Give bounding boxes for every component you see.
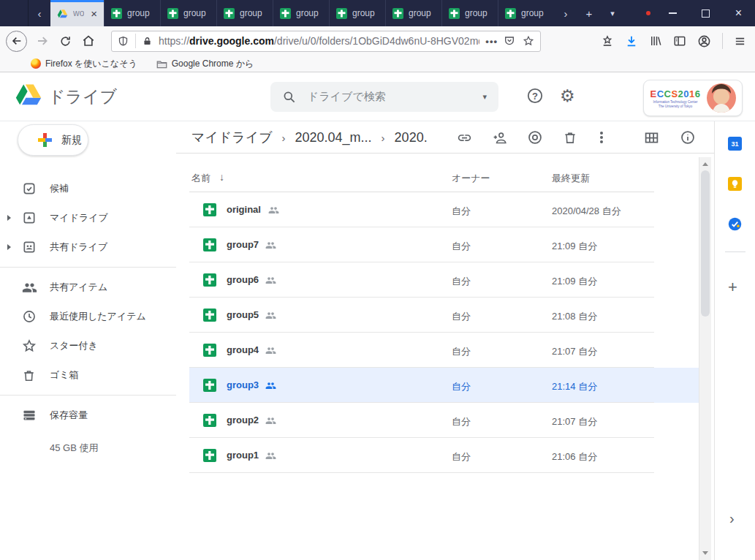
file-row-group3-selected[interactable]: group3 自分 21:14 自分 [189, 368, 699, 403]
sidebar-item-priority[interactable]: 候補 [0, 174, 176, 203]
grid-view-icon[interactable] [644, 130, 659, 145]
close-button[interactable]: × [722, 0, 755, 26]
bookmark-folder-chrome[interactable]: Google Chrome から [156, 58, 254, 70]
tab-group-1[interactable]: group [104, 0, 160, 26]
bookmark-star-icon[interactable] [523, 35, 534, 47]
downloads-icon[interactable] [625, 34, 638, 48]
preview-eye-icon[interactable] [527, 129, 543, 145]
breadcrumb-my-drive[interactable]: マイドライブ [191, 129, 273, 146]
help-button[interactable]: ? [526, 87, 544, 105]
lock-icon[interactable] [143, 36, 152, 47]
home-button[interactable] [82, 34, 95, 48]
tab-group-5[interactable]: group [329, 0, 385, 26]
file-row-group7[interactable]: group7 自分 21:09 自分 [189, 227, 699, 262]
google-calendar-icon[interactable]: 31 [728, 137, 742, 151]
menu-hamburger-icon[interactable] [734, 35, 746, 48]
tracking-shield-icon[interactable] [118, 35, 129, 48]
tab-title: group [127, 8, 150, 18]
page-actions-icon[interactable]: ••• [485, 36, 498, 47]
account-icon[interactable] [697, 34, 711, 48]
tab-group-4[interactable]: group [273, 0, 329, 26]
file-row-group6[interactable]: group6 自分 21:09 自分 [189, 262, 699, 298]
google-keep-icon[interactable] [728, 177, 742, 191]
url-bar[interactable]: https://drive.google.com/drive/u/0/folde… [111, 31, 541, 52]
right-side-panel: 31 + › [714, 121, 755, 560]
tab-group-3[interactable]: group [216, 0, 273, 26]
breadcrumb-current[interactable]: 2020. [395, 130, 428, 145]
expand-arrow-icon[interactable] [7, 215, 11, 221]
maximize-button[interactable] [689, 0, 722, 26]
share-person-add-icon[interactable] [492, 130, 507, 145]
minimize-button[interactable] [656, 0, 689, 26]
file-owner: 自分 [452, 275, 471, 288]
library-icon[interactable] [649, 34, 662, 48]
column-header-owner[interactable]: オーナー [452, 172, 490, 185]
account-badge[interactable]: ECCS2016 Information Technology Center T… [643, 80, 743, 116]
chevron-right-icon: › [564, 7, 568, 20]
maximize-icon [702, 10, 710, 18]
file-row-original[interactable]: original 自分 2020/04/28 自分 [189, 192, 699, 227]
back-button[interactable] [6, 31, 27, 52]
file-row-group4[interactable]: group4 自分 21:07 自分 [189, 333, 699, 368]
file-modified: 21:08 自分 [552, 310, 597, 323]
file-row-group5[interactable]: group5 自分 21:08 自分 [189, 298, 699, 333]
avatar[interactable] [707, 83, 736, 113]
tab-close-icon[interactable]: × [91, 8, 97, 19]
file-row-group2[interactable]: group2 自分 21:07 自分 [189, 403, 699, 438]
scrollbar-thumb[interactable] [701, 170, 710, 317]
search-options-caret-icon[interactable]: ▾ [482, 92, 487, 102]
sidebar-toggle-icon[interactable] [673, 34, 686, 48]
tab-active-drive[interactable]: wo × [50, 0, 104, 26]
search-box[interactable]: ドライブで検索 ▾ [270, 82, 498, 112]
sidebar-item-shared-drives[interactable]: 共有ドライブ [0, 232, 176, 262]
bookmark-firefox-tips[interactable]: Firefox を使いこなそう [31, 58, 137, 70]
recording-indicator-dot [646, 11, 650, 15]
forward-button[interactable] [36, 34, 49, 48]
sidebar-item-trash[interactable]: ゴミ箱 [0, 360, 176, 390]
delete-trash-icon[interactable] [563, 130, 577, 145]
column-header-modified[interactable]: 最終更新 [552, 172, 590, 185]
file-row-group1[interactable]: group1 自分 21:06 自分 [189, 438, 699, 473]
get-link-icon[interactable] [457, 130, 472, 145]
list-all-tabs-button[interactable]: ▾ [601, 0, 624, 26]
pocket-icon[interactable] [504, 35, 515, 47]
scroll-up-arrow-icon[interactable] [702, 162, 708, 166]
tab-title: group [352, 8, 375, 18]
shared-people-icon [265, 380, 276, 391]
sort-descending-icon[interactable]: ↓ [219, 171, 224, 183]
star-addon-icon[interactable] [601, 34, 614, 48]
sidebar-item-starred[interactable]: スター付き [0, 331, 176, 360]
tab-scroll-left-button[interactable]: ‹ [29, 0, 50, 26]
file-name: group5 [227, 309, 259, 320]
get-add-ons-plus-icon[interactable]: + [728, 279, 737, 295]
sidebar-item-shared-with-me[interactable]: 共有アイテム [0, 273, 176, 302]
more-actions-icon[interactable] [597, 136, 606, 139]
tab-scroll-right-button[interactable]: › [554, 0, 577, 26]
new-button[interactable]: 新規 [18, 124, 88, 156]
sidebar-item-storage[interactable]: 保存容量 [0, 401, 176, 430]
tab-group-2[interactable]: group [160, 0, 216, 26]
tab-group-7[interactable]: group [441, 0, 498, 26]
info-icon[interactable] [680, 129, 696, 145]
google-tasks-icon[interactable] [728, 217, 742, 231]
drive-product-name[interactable]: ドライブ [48, 86, 117, 108]
drive-logo[interactable] [15, 83, 42, 108]
hide-panel-chevron-icon[interactable]: › [729, 511, 735, 526]
scroll-down-arrow-icon[interactable] [702, 551, 708, 555]
new-tab-button[interactable]: + [577, 0, 601, 26]
file-owner: 自分 [452, 415, 471, 428]
tab-group-6[interactable]: group [385, 0, 441, 26]
sidebar-item-my-drive[interactable]: マイドライブ [0, 203, 176, 232]
sidebar-item-recent[interactable]: 最近使用したアイテム [0, 302, 176, 331]
eccs-subtitle-2: The University of Tokyo [644, 105, 707, 109]
reload-button[interactable] [59, 35, 72, 48]
expand-arrow-icon[interactable] [7, 244, 11, 250]
search-icon[interactable] [282, 90, 296, 104]
tab-group-8[interactable]: group [498, 0, 554, 26]
column-header-name[interactable]: 名前 [191, 172, 210, 185]
sheets-icon [280, 8, 291, 19]
breadcrumb-folder[interactable]: 2020.04_m... [295, 130, 372, 145]
url-text[interactable]: https://drive.google.com/drive/u/0/folde… [159, 35, 479, 47]
vertical-scrollbar[interactable] [699, 157, 711, 560]
settings-gear-icon[interactable]: ⚙ [560, 88, 575, 105]
